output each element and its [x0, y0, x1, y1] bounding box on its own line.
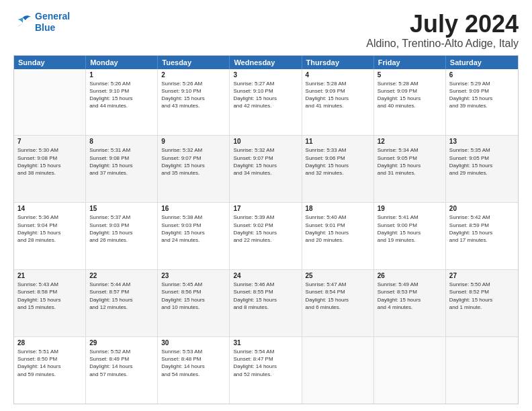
calendar-title: July 2024: [366, 11, 519, 38]
day-number: 22: [89, 272, 154, 279]
calendar-cell: [374, 337, 446, 404]
logo-line2: Blue: [35, 22, 70, 34]
header: General Blue July 2024 Aldino, Trentino-…: [13, 11, 519, 50]
calendar-cell: 20Sunrise: 5:42 AM Sunset: 8:59 PM Dayli…: [446, 203, 518, 269]
day-number: 9: [161, 138, 226, 145]
header-day-tuesday: Tuesday: [158, 56, 230, 69]
calendar-cell: 6Sunrise: 5:29 AM Sunset: 9:09 PM Daylig…: [446, 69, 518, 136]
day-number: 3: [233, 71, 298, 79]
day-number: 7: [17, 138, 82, 145]
calendar-row-4: 28Sunrise: 5:51 AM Sunset: 8:50 PM Dayli…: [14, 337, 518, 404]
day-info: Sunrise: 5:28 AM Sunset: 9:09 PM Dayligh…: [306, 80, 370, 110]
day-number: 27: [449, 272, 515, 279]
calendar-row-0: 1Sunrise: 5:26 AM Sunset: 9:10 PM Daylig…: [14, 69, 518, 136]
day-number: 15: [89, 205, 154, 212]
day-number: 30: [161, 339, 226, 347]
day-info: Sunrise: 5:39 AM Sunset: 9:02 PM Dayligh…: [233, 214, 298, 244]
calendar-cell: 26Sunrise: 5:49 AM Sunset: 8:53 PM Dayli…: [374, 270, 446, 336]
header-day-thursday: Thursday: [302, 56, 374, 69]
calendar-cell: 7Sunrise: 5:30 AM Sunset: 9:08 PM Daylig…: [14, 136, 86, 202]
day-number: 4: [306, 71, 370, 79]
day-number: 28: [17, 339, 82, 347]
calendar-cell: 31Sunrise: 5:54 AM Sunset: 8:47 PM Dayli…: [230, 337, 302, 404]
calendar-cell: 28Sunrise: 5:51 AM Sunset: 8:50 PM Dayli…: [14, 337, 86, 404]
calendar-body: 1Sunrise: 5:26 AM Sunset: 9:10 PM Daylig…: [14, 69, 518, 404]
calendar-subtitle: Aldino, Trentino-Alto Adige, Italy: [366, 38, 519, 50]
day-info: Sunrise: 5:51 AM Sunset: 8:50 PM Dayligh…: [17, 348, 82, 378]
day-number: 26: [378, 272, 442, 279]
day-info: Sunrise: 5:28 AM Sunset: 9:09 PM Dayligh…: [378, 80, 442, 110]
day-info: Sunrise: 5:27 AM Sunset: 9:10 PM Dayligh…: [233, 80, 298, 110]
calendar-cell: 16Sunrise: 5:38 AM Sunset: 9:03 PM Dayli…: [158, 203, 230, 269]
calendar-cell: 14Sunrise: 5:36 AM Sunset: 9:04 PM Dayli…: [14, 203, 86, 269]
day-number: 23: [161, 272, 226, 279]
day-number: 6: [449, 71, 515, 79]
day-number: 5: [378, 71, 442, 79]
day-number: 13: [449, 138, 515, 145]
day-number: 8: [89, 138, 154, 145]
calendar-cell: 17Sunrise: 5:39 AM Sunset: 9:02 PM Dayli…: [230, 203, 302, 269]
calendar-row-1: 7Sunrise: 5:30 AM Sunset: 9:08 PM Daylig…: [14, 136, 518, 203]
page: General Blue July 2024 Aldino, Trentino-…: [0, 0, 532, 411]
calendar-cell: 13Sunrise: 5:35 AM Sunset: 9:05 PM Dayli…: [446, 136, 518, 202]
title-block: July 2024 Aldino, Trentino-Alto Adige, I…: [366, 11, 519, 50]
day-info: Sunrise: 5:53 AM Sunset: 8:48 PM Dayligh…: [161, 348, 226, 378]
header-day-friday: Friday: [374, 56, 446, 69]
day-number: 1: [89, 71, 154, 79]
day-number: 16: [161, 205, 226, 212]
calendar-cell: 27Sunrise: 5:50 AM Sunset: 8:52 PM Dayli…: [446, 270, 518, 336]
day-info: Sunrise: 5:26 AM Sunset: 9:10 PM Dayligh…: [89, 80, 154, 110]
day-info: Sunrise: 5:40 AM Sunset: 9:01 PM Dayligh…: [306, 214, 370, 244]
calendar-cell: 3Sunrise: 5:27 AM Sunset: 9:10 PM Daylig…: [230, 69, 302, 136]
logo-icon: [13, 15, 32, 30]
day-info: Sunrise: 5:31 AM Sunset: 9:08 PM Dayligh…: [89, 146, 154, 177]
calendar-cell: 9Sunrise: 5:32 AM Sunset: 9:07 PM Daylig…: [158, 136, 230, 202]
calendar-cell: 21Sunrise: 5:43 AM Sunset: 8:58 PM Dayli…: [14, 270, 86, 336]
calendar-cell: 10Sunrise: 5:32 AM Sunset: 9:07 PM Dayli…: [230, 136, 302, 202]
header-day-saturday: Saturday: [446, 56, 518, 69]
calendar-cell: [446, 337, 518, 404]
day-number: 21: [17, 272, 82, 279]
day-number: 2: [161, 71, 226, 79]
day-info: Sunrise: 5:37 AM Sunset: 9:03 PM Dayligh…: [89, 214, 154, 244]
header-day-sunday: Sunday: [14, 56, 86, 69]
calendar-cell: 30Sunrise: 5:53 AM Sunset: 8:48 PM Dayli…: [158, 337, 230, 404]
day-number: 10: [233, 138, 298, 145]
day-info: Sunrise: 5:26 AM Sunset: 9:10 PM Dayligh…: [161, 80, 226, 110]
calendar-row-3: 21Sunrise: 5:43 AM Sunset: 8:58 PM Dayli…: [14, 270, 518, 337]
calendar-cell: [302, 337, 374, 404]
calendar-cell: 24Sunrise: 5:46 AM Sunset: 8:55 PM Dayli…: [230, 270, 302, 336]
calendar: SundayMondayTuesdayWednesdayThursdayFrid…: [13, 55, 519, 404]
day-info: Sunrise: 5:43 AM Sunset: 8:58 PM Dayligh…: [17, 281, 82, 311]
logo-text: General Blue: [35, 11, 70, 34]
day-info: Sunrise: 5:36 AM Sunset: 9:04 PM Dayligh…: [17, 214, 82, 244]
calendar-cell: 12Sunrise: 5:34 AM Sunset: 9:05 PM Dayli…: [374, 136, 446, 202]
calendar-cell: 25Sunrise: 5:47 AM Sunset: 8:54 PM Dayli…: [302, 270, 374, 336]
day-info: Sunrise: 5:46 AM Sunset: 8:55 PM Dayligh…: [233, 281, 298, 311]
calendar-cell: 8Sunrise: 5:31 AM Sunset: 9:08 PM Daylig…: [86, 136, 158, 202]
logo: General Blue: [13, 11, 70, 34]
day-number: 11: [306, 138, 370, 145]
day-number: 18: [306, 205, 370, 212]
day-info: Sunrise: 5:34 AM Sunset: 9:05 PM Dayligh…: [378, 146, 442, 177]
day-info: Sunrise: 5:32 AM Sunset: 9:07 PM Dayligh…: [233, 146, 298, 177]
day-info: Sunrise: 5:45 AM Sunset: 8:56 PM Dayligh…: [161, 281, 226, 311]
header-day-monday: Monday: [86, 56, 158, 69]
day-info: Sunrise: 5:30 AM Sunset: 9:08 PM Dayligh…: [17, 146, 82, 177]
day-info: Sunrise: 5:49 AM Sunset: 8:53 PM Dayligh…: [378, 281, 442, 311]
calendar-cell: 19Sunrise: 5:41 AM Sunset: 9:00 PM Dayli…: [374, 203, 446, 269]
calendar-header: SundayMondayTuesdayWednesdayThursdayFrid…: [14, 56, 518, 69]
day-number: 14: [17, 205, 82, 212]
day-number: 17: [233, 205, 298, 212]
calendar-cell: 11Sunrise: 5:33 AM Sunset: 9:06 PM Dayli…: [302, 136, 374, 202]
day-number: 20: [449, 205, 515, 212]
calendar-cell: 5Sunrise: 5:28 AM Sunset: 9:09 PM Daylig…: [374, 69, 446, 136]
day-info: Sunrise: 5:42 AM Sunset: 8:59 PM Dayligh…: [449, 214, 515, 244]
calendar-cell: 18Sunrise: 5:40 AM Sunset: 9:01 PM Dayli…: [302, 203, 374, 269]
day-info: Sunrise: 5:33 AM Sunset: 9:06 PM Dayligh…: [306, 146, 370, 177]
calendar-cell: 1Sunrise: 5:26 AM Sunset: 9:10 PM Daylig…: [86, 69, 158, 136]
day-number: 25: [306, 272, 370, 279]
calendar-cell: 29Sunrise: 5:52 AM Sunset: 8:49 PM Dayli…: [86, 337, 158, 404]
day-number: 24: [233, 272, 298, 279]
calendar-cell: 4Sunrise: 5:28 AM Sunset: 9:09 PM Daylig…: [302, 69, 374, 136]
